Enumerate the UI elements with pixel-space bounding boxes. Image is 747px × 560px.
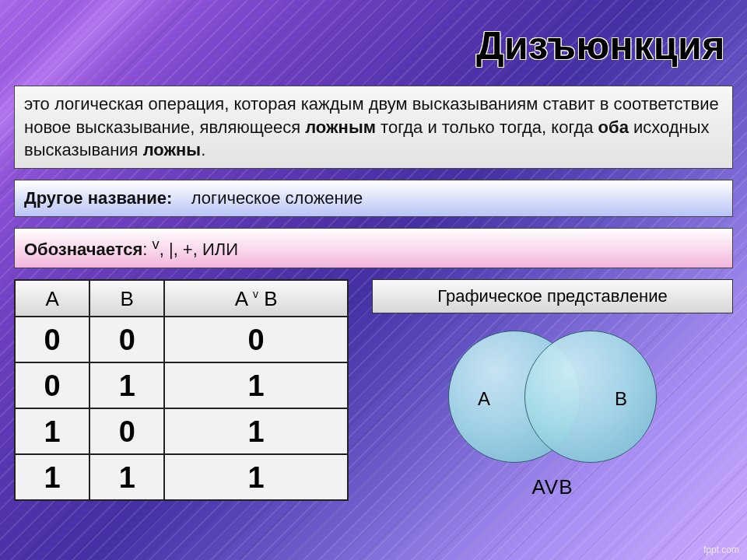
venn-diagram: A B	[444, 327, 661, 467]
cell-b: 0	[89, 317, 164, 362]
th-ab-sup: v	[253, 288, 258, 300]
definition-post: .	[201, 140, 205, 159]
venn-label-b: B	[615, 388, 627, 410]
cell-a: 0	[15, 362, 89, 408]
cell-b: 0	[89, 408, 164, 454]
cell-r: 0	[164, 317, 348, 362]
th-ab: A v B	[164, 280, 348, 317]
cell-b: 1	[89, 362, 164, 408]
th-ab-pre: A	[235, 287, 253, 310]
notation-sup: v	[153, 236, 160, 252]
table-row: 1 1 1	[15, 454, 348, 500]
definition-bold1: ложным	[305, 117, 376, 137]
truth-table: A B A v B 0 0 0 0 1 1	[14, 279, 349, 501]
graphic-heading: Графическое представление	[372, 279, 733, 313]
th-b: B	[89, 280, 164, 317]
definition-mid: тогда и только тогда, когда	[376, 117, 598, 137]
watermark: fppt.com	[703, 544, 739, 555]
cell-b: 1	[89, 454, 164, 500]
venn-label-a: A	[478, 388, 490, 410]
definition-panel: это логическая операция, которая каждым …	[14, 86, 733, 169]
definition-bold3: ложны	[143, 140, 202, 159]
cell-a: 1	[15, 408, 89, 454]
cell-r: 1	[164, 362, 348, 408]
table-row: 0 0 0	[15, 317, 348, 362]
slide-title: Дизъюнкция	[14, 23, 725, 68]
cell-a: 0	[15, 317, 89, 362]
table-row: 1 0 1	[15, 408, 348, 454]
table-row: 0 1 1	[15, 362, 348, 408]
cell-r: 1	[164, 454, 348, 500]
th-ab-post: B	[258, 287, 278, 310]
cell-r: 1	[164, 408, 348, 454]
altname-panel: Другое название: логическое сложение	[14, 180, 733, 217]
notation-value: , |, +, ИЛИ	[160, 240, 238, 259]
definition-bold2: оба	[598, 117, 629, 137]
notation-label: Обозначается	[24, 240, 142, 259]
altname-label: Другое название:	[24, 188, 172, 208]
cell-a: 1	[15, 454, 89, 500]
venn-caption: AVB	[531, 475, 573, 499]
altname-value: логическое сложение	[191, 188, 363, 208]
venn-circle-b	[524, 331, 657, 463]
th-a: A	[15, 280, 89, 317]
notation-panel: Обозначается: v, |, +, ИЛИ	[14, 228, 733, 268]
